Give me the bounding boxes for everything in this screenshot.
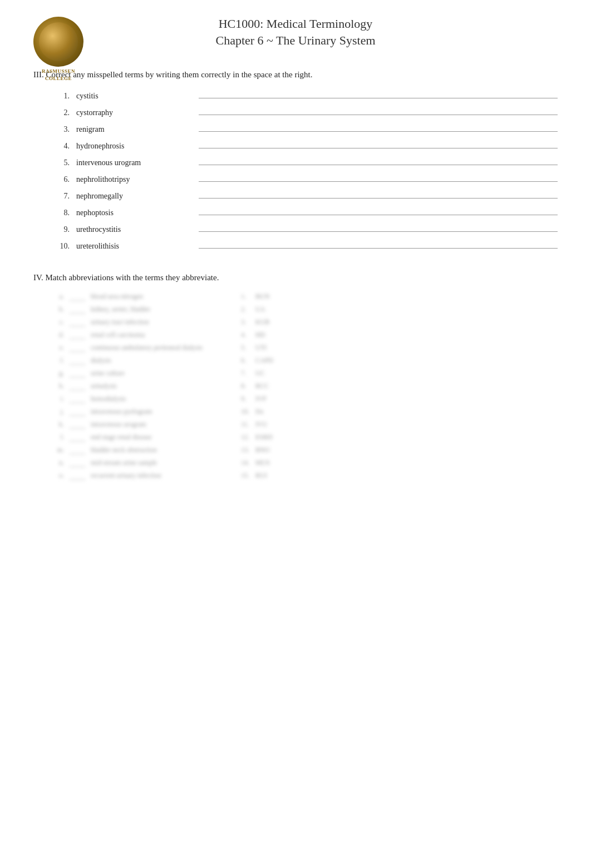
match-row: o. recurrent urinary infection 15. RUI <box>33 472 558 480</box>
match-term: mid-stream urine sample <box>91 459 224 467</box>
answer-line[interactable] <box>199 205 558 215</box>
list-item: 6. nephrolithotripsy <box>50 172 558 184</box>
item-number: 1. <box>50 92 70 101</box>
chapter-title: Chapter 6 ~ The Urinary System <box>215 33 375 48</box>
match-row: j. intravenous pyelogram 10. Dx <box>33 408 558 416</box>
match-term: blood urea nitrogen <box>91 292 224 301</box>
match-term: intravenous pyelogram <box>91 408 224 416</box>
match-left-num: c. <box>45 318 64 326</box>
match-abbr: RCC <box>255 382 283 390</box>
match-term: hemodialysis <box>91 395 224 403</box>
item-number: 10. <box>50 242 70 251</box>
answer-line[interactable] <box>199 155 558 165</box>
item-term: intervenous urogram <box>76 158 188 167</box>
list-item: 10. ureterolithisis <box>50 239 558 251</box>
match-abbr: IVP <box>255 395 283 403</box>
item-term: cystorraphy <box>76 108 188 117</box>
match-row: h. urinalysis 8. RCC <box>33 382 558 390</box>
match-right-letter: 12. <box>241 433 251 442</box>
match-blank <box>70 395 85 403</box>
section-3: III. Correct any misspelled terms by wri… <box>33 70 558 251</box>
match-blank <box>70 383 85 390</box>
match-right-letter: 7. <box>241 369 251 378</box>
list-item: 5. intervenous urogram <box>50 155 558 167</box>
match-left-num: e. <box>45 344 64 352</box>
match-term: kidney, ureter, bladder <box>91 305 224 314</box>
item-term: renigram <box>76 125 188 134</box>
item-number: 7. <box>50 192 70 201</box>
match-row: i. hemodialysis 9. IVP <box>33 395 558 403</box>
match-left-num: d. <box>45 331 64 339</box>
match-right-letter: 6. <box>241 356 251 365</box>
list-item: 7. nephromegally <box>50 189 558 201</box>
answer-line[interactable] <box>199 172 558 182</box>
match-left-num: k. <box>45 420 64 429</box>
match-right: 15. RUI <box>241 472 283 480</box>
match-abbr: RUI <box>255 472 283 480</box>
match-left-num: l. <box>45 433 64 442</box>
match-abbr: ESRD <box>255 433 283 442</box>
match-blank <box>70 421 85 429</box>
match-left-num: f. <box>45 356 64 365</box>
answer-line[interactable] <box>199 189 558 199</box>
match-right-letter: 14. <box>241 459 251 467</box>
item-term: nephromegally <box>76 192 188 201</box>
match-right: 6. CAPD <box>241 356 283 365</box>
match-right-letter: 2. <box>241 305 251 314</box>
match-right: 2. UA <box>241 305 283 314</box>
match-term: end stage renal disease <box>91 433 224 442</box>
match-term: urine culture <box>91 369 224 378</box>
match-row: l. end stage renal disease 12. ESRD <box>33 433 558 442</box>
match-abbr: MUS <box>255 459 283 467</box>
list-item: 2. cystorraphy <box>50 105 558 117</box>
item-term: ureterolithisis <box>76 242 188 251</box>
match-blank <box>70 370 85 378</box>
match-abbr: IVU <box>255 420 283 429</box>
match-right: 1. BUN <box>241 292 283 301</box>
match-abbr: UC <box>255 369 283 378</box>
match-term: continuous ambulatory peritoneal dialysi… <box>91 344 224 352</box>
list-item: 4. hydronephrosis <box>50 138 558 151</box>
match-row: k. intravenous urogram 11. IVU <box>33 420 558 429</box>
item-number: 6. <box>50 175 70 184</box>
match-right: 11. IVU <box>241 420 283 429</box>
match-row: a. blood urea nitrogen 1. BUN <box>33 292 558 301</box>
list-item: 8. nephoptosis <box>50 205 558 217</box>
list-item: 1. cystitis <box>50 88 558 101</box>
match-row: c. urinary tract infection 3. KUB <box>33 318 558 326</box>
match-abbr: CAPD <box>255 356 283 365</box>
match-left-num: n. <box>45 459 64 467</box>
match-abbr: BUN <box>255 292 283 301</box>
answer-line[interactable] <box>199 138 558 148</box>
item-number: 4. <box>50 142 70 151</box>
match-right: 12. ESRD <box>241 433 283 442</box>
answer-line[interactable] <box>199 239 558 249</box>
match-right-letter: 4. <box>241 331 251 339</box>
course-title: HC1000: Medical Terminology <box>215 17 375 31</box>
school-logo <box>33 17 83 67</box>
match-row: e. continuous ambulatory peritoneal dial… <box>33 344 558 352</box>
match-right-letter: 8. <box>241 382 251 390</box>
match-left-num: o. <box>45 472 64 480</box>
answer-line[interactable] <box>199 222 558 232</box>
match-right-letter: 13. <box>241 446 251 454</box>
answer-line[interactable] <box>199 105 558 115</box>
answer-line[interactable] <box>199 88 558 98</box>
page-header: RASMUSSEN COLLEGE HC1000: Medical Termin… <box>33 17 558 48</box>
answer-line[interactable] <box>199 122 558 132</box>
match-left-num: a. <box>45 292 64 301</box>
match-term: urinary tract infection <box>91 318 224 326</box>
match-row: b. kidney, ureter, bladder 2. UA <box>33 305 558 314</box>
match-term: dialysis <box>91 356 224 365</box>
match-left-num: g. <box>45 369 64 378</box>
match-blank <box>70 408 85 416</box>
match-right-letter: 10. <box>241 408 251 416</box>
match-right-letter: 3. <box>241 318 251 326</box>
match-blank <box>70 306 85 314</box>
match-row: g. urine culture 7. UC <box>33 369 558 378</box>
match-abbr: Dx <box>255 408 283 416</box>
item-number: 3. <box>50 125 70 134</box>
match-row: f. dialysis 6. CAPD <box>33 356 558 365</box>
match-left-num: j. <box>45 408 64 416</box>
section-4-title: IV. Match abbreviations with the terms t… <box>33 273 558 282</box>
